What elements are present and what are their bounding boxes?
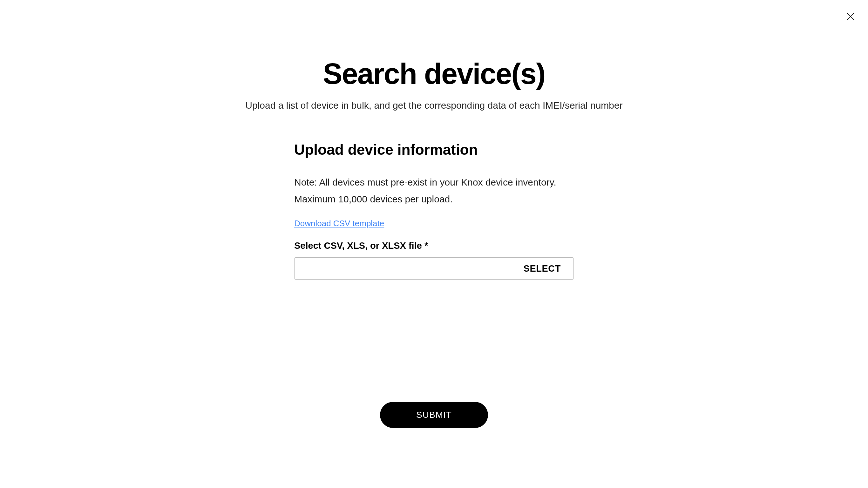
section-title: Upload device information xyxy=(294,141,574,158)
close-icon xyxy=(846,12,855,22)
modal-container: Search device(s) Upload a list of device… xyxy=(243,0,625,428)
submit-button[interactable]: SUBMIT xyxy=(380,402,488,428)
download-csv-template-link[interactable]: Download CSV template xyxy=(294,219,384,228)
upload-note: Note: All devices must pre-exist in your… xyxy=(294,174,574,208)
select-file-button[interactable]: SELECT xyxy=(524,264,561,274)
page-subtitle: Upload a list of device in bulk, and get… xyxy=(245,100,622,111)
page-title: Search device(s) xyxy=(323,57,545,91)
close-button[interactable] xyxy=(844,10,857,23)
upload-form-section: Upload device information Note: All devi… xyxy=(294,141,574,280)
file-input-label: Select CSV, XLS, or XLSX file * xyxy=(294,241,574,251)
file-selector-field[interactable]: SELECT xyxy=(294,257,574,280)
